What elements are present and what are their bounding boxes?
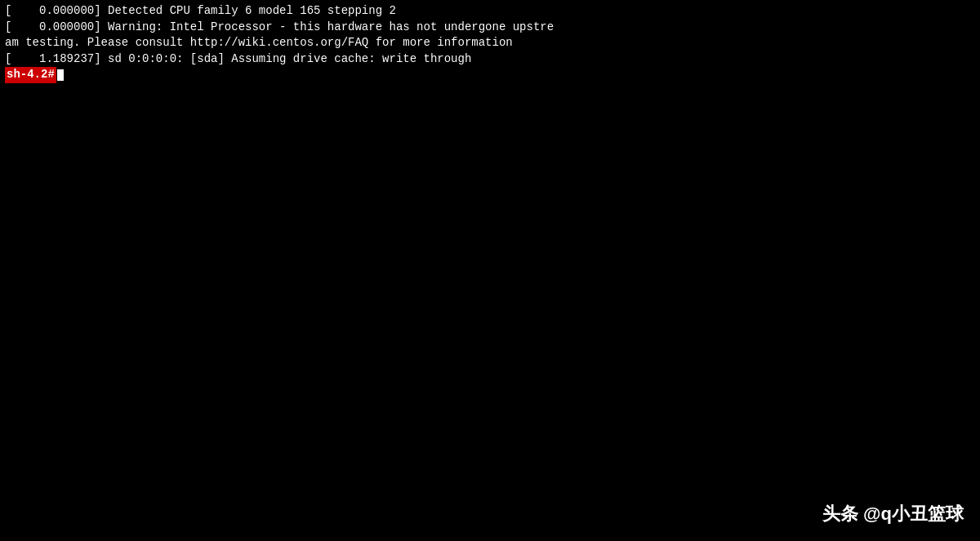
terminal-window: [ 0.000000] Detected CPU family 6 model … xyxy=(0,0,980,541)
shell-prompt: sh-4.2# xyxy=(5,67,56,83)
watermark: 头条 @q小丑篮球 xyxy=(822,502,964,526)
terminal-line-1: [ 0.000000] Detected CPU family 6 model … xyxy=(5,3,975,20)
terminal-line-2: [ 0.000000] Warning: Intel Processor - t… xyxy=(5,20,975,36)
cursor xyxy=(57,69,64,81)
terminal-line-3: am testing. Please consult http://wiki.c… xyxy=(5,35,975,51)
terminal-prompt-line[interactable]: sh-4.2# xyxy=(5,67,975,83)
terminal-line-4: [ 1.189237] sd 0:0:0:0: [sda] Assuming d… xyxy=(5,51,975,68)
